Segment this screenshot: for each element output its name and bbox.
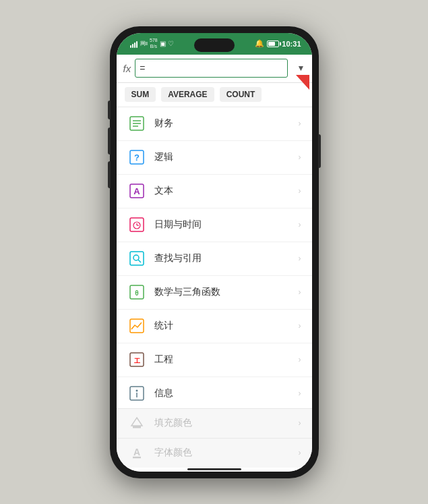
info-item[interactable]: 信息 › bbox=[117, 377, 312, 408]
status-right-icons: 🔔 10:31 bbox=[255, 39, 301, 48]
datetime-item[interactable]: 日期与时间 › bbox=[117, 208, 312, 242]
lookup-label: 查找与引用 bbox=[154, 252, 291, 264]
finance-icon bbox=[127, 114, 146, 133]
average-button[interactable]: AVERAGE bbox=[161, 87, 214, 102]
formula-dropdown-arrow[interactable]: ▼ bbox=[297, 63, 305, 73]
svg-text:A: A bbox=[133, 186, 140, 196]
logic-icon: ? bbox=[127, 148, 146, 167]
finance-item[interactable]: 财务 › bbox=[117, 107, 312, 141]
signal-icon bbox=[130, 40, 137, 48]
fx-label: fx bbox=[123, 63, 131, 74]
text-item[interactable]: A 文本 › bbox=[117, 175, 312, 208]
power-button[interactable] bbox=[318, 134, 321, 168]
engineering-label: 工程 bbox=[154, 354, 291, 366]
logic-label: 逻辑 bbox=[154, 151, 291, 163]
data-icons: ▣ ♡ bbox=[160, 40, 174, 47]
math-icon: θ bbox=[127, 283, 146, 302]
formula-input[interactable]: = bbox=[135, 59, 287, 78]
text-label: 文本 bbox=[154, 185, 291, 197]
finance-label: 财务 bbox=[154, 117, 291, 130]
svg-point-22 bbox=[135, 390, 137, 392]
carrier-text: 网ll bbox=[140, 40, 148, 47]
volume-up-button[interactable] bbox=[108, 128, 111, 155]
status-left-icons: 网ll 578B/s ▣ ♡ bbox=[130, 38, 174, 49]
datetime-chevron: › bbox=[299, 220, 301, 229]
battery-icon bbox=[267, 40, 279, 47]
status-time: 10:31 bbox=[282, 40, 301, 48]
fill-color-chevron: › bbox=[299, 418, 301, 428]
text-chevron: › bbox=[299, 186, 301, 196]
font-color-label: 字体颜色 bbox=[154, 447, 291, 459]
math-label: 数学与三角函数 bbox=[154, 286, 291, 298]
engineering-chevron: › bbox=[299, 355, 301, 364]
info-chevron: › bbox=[299, 389, 301, 398]
lookup-item[interactable]: 查找与引用 › bbox=[117, 242, 312, 276]
count-button[interactable]: COUNT bbox=[220, 87, 262, 102]
svg-rect-13 bbox=[130, 252, 144, 265]
text-icon: A bbox=[127, 181, 146, 200]
statistics-item[interactable]: 统计 › bbox=[117, 310, 312, 343]
formula-input-value: = bbox=[140, 63, 145, 74]
bottom-section: 填充颜色 › A 字体颜色 › bbox=[117, 408, 312, 468]
engineering-icon: 工 bbox=[127, 350, 146, 369]
svg-text:工: 工 bbox=[133, 358, 140, 364]
volume-down-button[interactable] bbox=[108, 161, 111, 188]
math-item[interactable]: θ 数学与三角函数 › bbox=[117, 276, 312, 310]
svg-text:θ: θ bbox=[135, 289, 138, 297]
svg-point-14 bbox=[133, 255, 139, 260]
svg-text:A: A bbox=[133, 447, 140, 457]
fill-color-item[interactable]: 填充颜色 › bbox=[117, 408, 312, 438]
logic-chevron: › bbox=[299, 152, 301, 162]
logic-item[interactable]: ? 逻辑 › bbox=[117, 141, 312, 175]
datetime-label: 日期与时间 bbox=[154, 219, 291, 231]
math-chevron: › bbox=[299, 287, 301, 297]
phone-screen: 网ll 578B/s ▣ ♡ 🔔 10:31 fx = ▼ bbox=[117, 33, 312, 472]
fill-color-icon bbox=[127, 414, 146, 432]
font-color-icon: A bbox=[127, 443, 146, 462]
font-color-chevron: › bbox=[299, 448, 301, 457]
svg-rect-18 bbox=[130, 319, 144, 333]
svg-line-15 bbox=[138, 260, 141, 262]
category-list: 财务 › ? 逻辑 › A 文本 › 日期与 bbox=[117, 107, 312, 408]
battery-fill bbox=[268, 42, 275, 46]
formula-bar: fx = ▼ bbox=[117, 55, 312, 83]
fill-color-label: 填充颜色 bbox=[154, 417, 291, 429]
home-indicator[interactable] bbox=[117, 468, 312, 472]
engineering-item[interactable]: 工 工程 › bbox=[117, 343, 312, 377]
datetime-icon bbox=[127, 215, 146, 234]
info-icon bbox=[127, 384, 146, 403]
phone-frame: 网ll 578B/s ▣ ♡ 🔔 10:31 fx = ▼ bbox=[110, 26, 319, 478]
data-speed-text: 578B/s bbox=[150, 38, 158, 49]
home-bar bbox=[187, 468, 241, 470]
alarm-icon: 🔔 bbox=[255, 39, 264, 48]
statistics-chevron: › bbox=[299, 321, 301, 331]
quick-functions-bar: SUM AVERAGE COUNT bbox=[117, 83, 312, 107]
volume-mute-button[interactable] bbox=[108, 101, 111, 119]
svg-text:?: ? bbox=[134, 152, 140, 163]
lookup-chevron: › bbox=[299, 254, 301, 263]
statistics-label: 统计 bbox=[154, 320, 291, 332]
font-color-item[interactable]: A 字体颜色 › bbox=[117, 438, 312, 468]
finance-chevron: › bbox=[299, 119, 301, 128]
info-label: 信息 bbox=[154, 387, 291, 399]
lookup-icon bbox=[127, 249, 146, 268]
statistics-icon bbox=[127, 316, 146, 335]
sum-button[interactable]: SUM bbox=[125, 87, 156, 102]
camera-notch bbox=[194, 38, 235, 52]
